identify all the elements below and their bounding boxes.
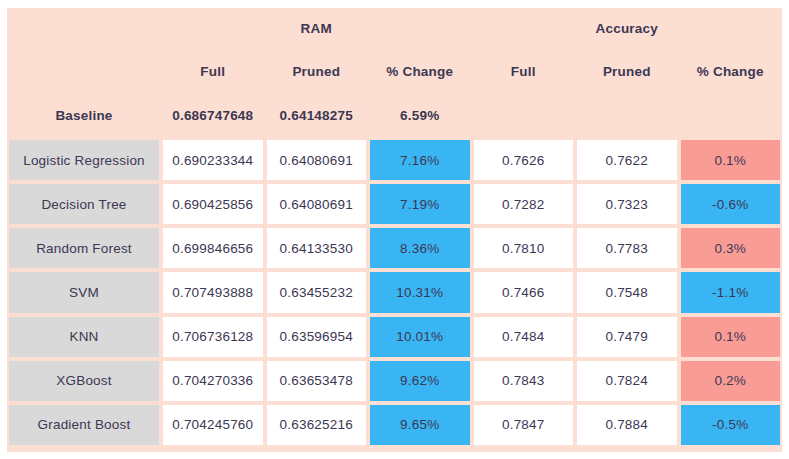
ram-full-cell: 0.704270336 xyxy=(163,361,263,401)
accuracy-change-cell: -0.5% xyxy=(681,405,781,445)
baseline-ram-full: 0.686747648 xyxy=(163,94,263,136)
ram-pruned-cell: 0.63625216 xyxy=(267,405,367,445)
accuracy-change-cell: -1.1% xyxy=(681,272,781,312)
empty-cell xyxy=(474,94,574,136)
ram-change-cell: 7.16% xyxy=(370,140,470,180)
accuracy-full-cell: 0.7847 xyxy=(474,405,574,445)
baseline-ram-pruned: 0.64148275 xyxy=(267,94,367,136)
accuracy-pruned-cell: 0.7323 xyxy=(577,184,677,224)
subheader-ram-pruned: Pruned xyxy=(267,52,367,90)
model-comparison-table: RAM Accuracy Full Pruned % Change Full P… xyxy=(7,8,782,452)
accuracy-full-cell: 0.7626 xyxy=(474,140,574,180)
ram-full-cell: 0.690233344 xyxy=(163,140,263,180)
accuracy-full-cell: 0.7810 xyxy=(474,228,574,268)
ram-change-cell: 10.01% xyxy=(370,317,470,357)
model-name-cell: SVM xyxy=(9,272,159,312)
subheader-acc-pruned: Pruned xyxy=(577,52,677,90)
accuracy-change-cell: 0.3% xyxy=(681,228,781,268)
subheader-acc-change: % Change xyxy=(681,52,781,90)
ram-pruned-cell: 0.63596954 xyxy=(267,317,367,357)
ram-change-cell: 10.31% xyxy=(370,272,470,312)
accuracy-pruned-cell: 0.7884 xyxy=(577,405,677,445)
comparison-grid: RAM Accuracy Full Pruned % Change Full P… xyxy=(9,8,780,445)
accuracy-change-cell: 0.2% xyxy=(681,361,781,401)
accuracy-change-cell: 0.1% xyxy=(681,140,781,180)
ram-pruned-cell: 0.63653478 xyxy=(267,361,367,401)
ram-full-cell: 0.699846656 xyxy=(163,228,263,268)
empty-cell xyxy=(9,52,159,90)
ram-change-cell: 8.36% xyxy=(370,228,470,268)
accuracy-pruned-cell: 0.7622 xyxy=(577,140,677,180)
accuracy-full-cell: 0.7282 xyxy=(474,184,574,224)
ram-full-cell: 0.707493888 xyxy=(163,272,263,312)
accuracy-pruned-cell: 0.7824 xyxy=(577,361,677,401)
model-name-cell: Logistic Regression xyxy=(9,140,159,180)
accuracy-pruned-cell: 0.7548 xyxy=(577,272,677,312)
subheader-acc-full: Full xyxy=(474,52,574,90)
ram-full-cell: 0.690425856 xyxy=(163,184,263,224)
accuracy-full-cell: 0.7466 xyxy=(474,272,574,312)
ram-change-cell: 9.62% xyxy=(370,361,470,401)
accuracy-full-cell: 0.7843 xyxy=(474,361,574,401)
baseline-label: Baseline xyxy=(9,94,159,136)
empty-cell xyxy=(577,94,677,136)
accuracy-change-cell: 0.1% xyxy=(681,317,781,357)
model-name-cell: Random Forest xyxy=(9,228,159,268)
ram-pruned-cell: 0.64080691 xyxy=(267,184,367,224)
accuracy-pruned-cell: 0.7479 xyxy=(577,317,677,357)
ram-change-cell: 9.65% xyxy=(370,405,470,445)
accuracy-pruned-cell: 0.7783 xyxy=(577,228,677,268)
model-name-cell: XGBoost xyxy=(9,361,159,401)
ram-change-cell: 7.19% xyxy=(370,184,470,224)
accuracy-change-cell: -0.6% xyxy=(681,184,781,224)
subheader-ram-full: Full xyxy=(163,52,263,90)
ram-pruned-cell: 0.64080691 xyxy=(267,140,367,180)
subheader-ram-change: % Change xyxy=(370,52,470,90)
empty-cell xyxy=(681,94,781,136)
group-header-accuracy: Accuracy xyxy=(474,8,781,48)
group-header-ram: RAM xyxy=(163,8,470,48)
corner-empty-cell xyxy=(9,8,159,48)
baseline-ram-change: 6.59% xyxy=(370,94,470,136)
accuracy-full-cell: 0.7484 xyxy=(474,317,574,357)
ram-full-cell: 0.704245760 xyxy=(163,405,263,445)
model-name-cell: Decision Tree xyxy=(9,184,159,224)
model-name-cell: Gradient Boost xyxy=(9,405,159,445)
ram-pruned-cell: 0.63455232 xyxy=(267,272,367,312)
model-name-cell: KNN xyxy=(9,317,159,357)
ram-pruned-cell: 0.64133530 xyxy=(267,228,367,268)
ram-full-cell: 0.706736128 xyxy=(163,317,263,357)
